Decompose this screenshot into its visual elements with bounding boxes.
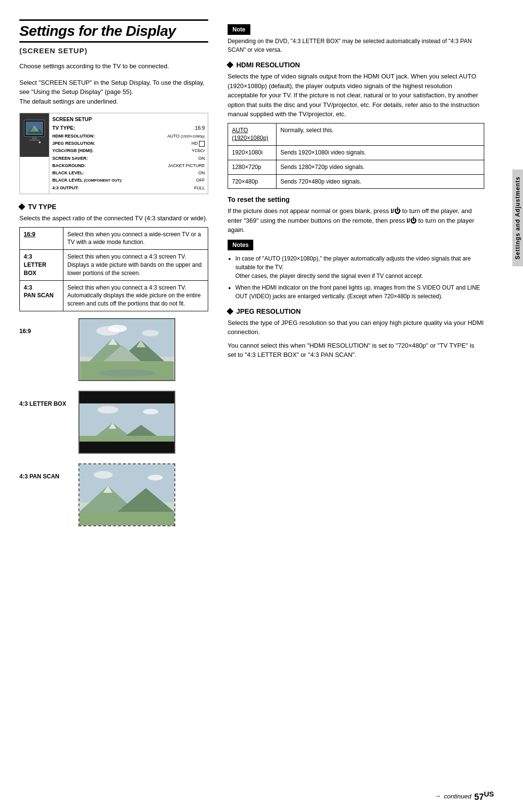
tv-type-body: Selects the aspect ratio of the connecte… [19,214,208,223]
tv-type-desc-43lb: Select this when you connect a 4:3 scree… [63,250,208,280]
jpeg-resolution-header: JPEG RESOLUTION [228,307,484,315]
table-row: 4:3LETTERBOX Select this when you connec… [20,250,208,280]
diamond-icon [18,203,25,210]
tv-screen-43ps [78,463,175,526]
hdmi-cell-1080i: 1920×1080i [228,146,277,160]
setup-table: SCREEN SETUP TV TYPE:16:9 HDMI RESOLUTIO… [49,113,208,194]
svg-rect-31 [79,464,174,502]
note-header: Note [228,24,250,35]
footer-region: US [484,790,494,798]
hdmi-cell-480p: 720×480p [228,174,277,189]
table-row: 4:3PAN SCAN Select this when you connect… [20,280,208,311]
tv-label-43ps: 4:3 PAN SCAN [19,463,73,480]
jpeg-resolution-body-2: You cannot select this when "HDMI RESOLU… [228,341,484,360]
svg-rect-23 [79,403,174,426]
tv-images-section: 16:9 [19,318,208,526]
tv-image-43lb: 4:3 LETTER BOX [19,391,208,454]
note-container: Note Depending on the DVD, "4:3 LETTER B… [228,24,484,54]
tv-type-cell-169: 16:9 [20,227,63,250]
notes-header: Notes [228,240,253,250]
diamond-icon-jpeg [227,308,233,315]
reset-setting-header: To reset the setting [228,196,484,203]
hdmi-cell-auto: AUTO(1920×1080p) [228,123,277,146]
table-row: 1280×720p Sends 1280×720p video signals. [228,160,484,174]
screen-icon [20,113,49,157]
svg-point-10 [108,325,127,333]
intro-text-1: Choose settings according to the TV to b… [19,61,208,71]
table-row: AUTO(1920×1080p) Normally, select this. [228,123,484,146]
hdmi-desc-480p: Sends 720×480p video signals. [277,174,484,189]
intro-text-2: Select "SCREEN SETUP" in the Setup Displ… [19,78,208,107]
hdmi-desc-720p: Sends 1280×720p video signals. [277,160,484,174]
svg-point-33 [148,475,163,480]
tv-type-desc-169: Select this when you connect a wide-scre… [63,227,208,250]
tv-screen-169 [78,318,175,381]
hdmi-table: AUTO(1920×1080p) Normally, select this. … [228,123,484,189]
tv-type-header: TV TYPE [19,203,208,211]
footer: → continued 57US [434,790,494,802]
tv-label-169: 16:9 [19,318,73,335]
tv-image-169: 16:9 [19,318,208,381]
section-subtitle: (SCREEN SETUP) [19,46,208,55]
hdmi-desc-auto: Normally, select this. [277,123,484,146]
hdmi-resolution-body: Selects the type of video signals output… [228,72,484,119]
list-item: When the HDMI indicator on the front pan… [235,283,484,301]
tv-type-desc-43ps: Select this when you connect a 4:3 scree… [63,280,208,311]
footer-page-number: 57US [474,790,494,802]
screen-setup-display: SCREEN SETUP TV TYPE:16:9 HDMI RESOLUTIO… [19,113,208,194]
table-row: 720×480p Sends 720×480p video signals. [228,174,484,189]
notes-container: Notes In case of "AUTO (1920×1080p)," th… [228,240,484,301]
svg-point-25 [143,409,158,414]
footer-continued: continued [444,793,471,800]
tv-label-43lb: 4:3 LETTER BOX [19,391,73,407]
svg-rect-21 [79,442,174,453]
tv-type-table: 16:9 Select this when you connect a wide… [19,227,208,311]
hdmi-resolution-header: HDMI RESOLUTION [228,61,484,69]
left-column: Settings for the Display (SCREEN SETUP) … [19,19,223,793]
tv-type-cell-43lb: 4:3LETTERBOX [20,250,63,280]
svg-rect-20 [79,392,174,403]
table-row: 1920×1080i Sends 1920×1080i video signal… [228,146,484,160]
svg-rect-5 [29,139,40,141]
jpeg-resolution-body-1: Selects the type of JPEG resolution so t… [228,318,484,337]
hdmi-cell-720p: 1280×720p [228,160,277,174]
svg-point-11 [142,330,159,337]
svg-point-24 [97,406,118,414]
svg-point-6 [39,141,41,143]
svg-point-32 [93,471,112,479]
right-column: Note Depending on the DVD, "4:3 LETTER B… [223,19,513,793]
tv-image-43ps: 4:3 PAN SCAN [19,463,208,526]
side-label: Settings and Adjustments [512,169,523,266]
hdmi-desc-1080i: Sends 1920×1080i video signals. [277,146,484,160]
page-title: Settings for the Display [19,19,208,43]
svg-rect-4 [32,137,37,139]
note-text: Depending on the DVD, "4:3 LETTER BOX" m… [228,37,484,54]
reset-setting-body: If the picture does not appear normal or… [228,206,484,235]
svg-point-18 [99,369,155,377]
diamond-icon-hdmi [227,61,233,68]
svg-rect-37 [79,512,174,526]
table-row: 16:9 Select this when you connect a wide… [20,227,208,250]
list-item: In case of "AUTO (1920×1080p)," the play… [235,254,484,280]
footer-arrow-icon: → [434,792,441,800]
tv-type-cell-43ps: 4:3PAN SCAN [20,280,63,311]
tv-screen-43lb [78,391,175,454]
svg-rect-29 [79,436,174,442]
notes-list: In case of "AUTO (1920×1080p)," the play… [228,254,484,301]
